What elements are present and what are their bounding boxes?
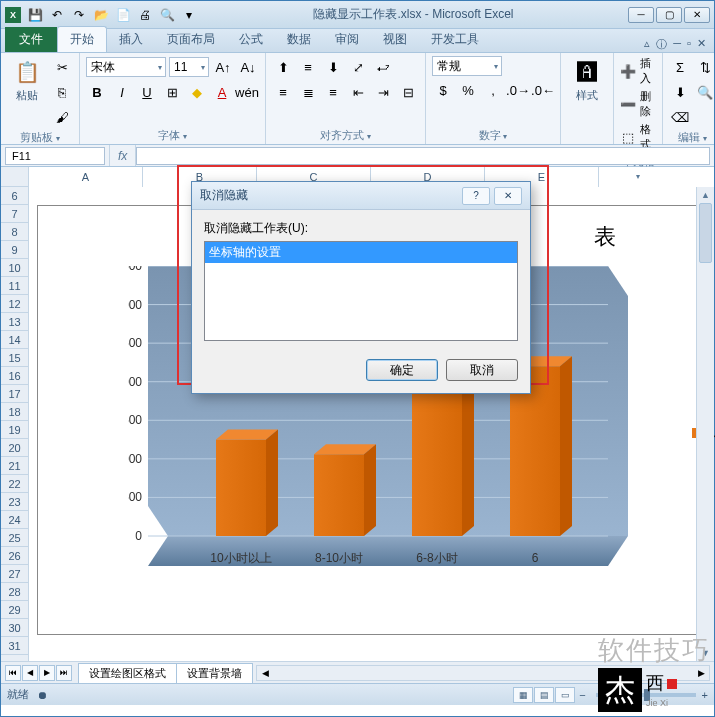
view-layout-button[interactable]: ▤ — [534, 687, 554, 703]
cut-button[interactable]: ✂ — [51, 56, 73, 78]
font-color-button[interactable]: A — [211, 81, 233, 103]
doc-close-icon[interactable]: ✕ — [697, 37, 706, 52]
row-header[interactable]: 21 — [1, 457, 28, 475]
scroll-thumb[interactable] — [699, 203, 712, 263]
indent-decrease-button[interactable]: ⇤ — [347, 81, 369, 103]
view-pagebreak-button[interactable]: ▭ — [555, 687, 575, 703]
tab-developer[interactable]: 开发工具 — [419, 27, 491, 52]
tab-review[interactable]: 审阅 — [323, 27, 371, 52]
tab-insert[interactable]: 插入 — [107, 27, 155, 52]
clear-button[interactable]: ⌫ — [669, 106, 691, 128]
align-right-button[interactable]: ≡ — [322, 81, 344, 103]
new-button[interactable]: 📄 — [113, 5, 133, 25]
insert-cells-button[interactable]: ➕ — [620, 60, 637, 82]
zoom-slider[interactable] — [596, 693, 696, 697]
delete-cells-button[interactable]: ➖ — [620, 93, 637, 115]
align-top-button[interactable]: ⬆ — [272, 56, 294, 78]
row-header[interactable]: 24 — [1, 511, 28, 529]
align-bottom-button[interactable]: ⬇ — [322, 56, 344, 78]
select-all-corner[interactable] — [1, 167, 29, 187]
italic-button[interactable]: I — [111, 81, 133, 103]
dialog-titlebar[interactable]: 取消隐藏 ? ✕ — [192, 182, 530, 210]
fx-button[interactable]: fx — [109, 145, 136, 166]
scroll-down-icon[interactable]: ▼ — [697, 645, 714, 661]
tab-nav-prev[interactable]: ◀ — [22, 665, 38, 681]
orientation-button[interactable]: ⤢ — [347, 56, 369, 78]
tab-nav-next[interactable]: ▶ — [39, 665, 55, 681]
row-header[interactable]: 27 — [1, 565, 28, 583]
percent-button[interactable]: % — [457, 79, 479, 101]
row-header[interactable]: 30 — [1, 619, 28, 637]
tab-view[interactable]: 视图 — [371, 27, 419, 52]
currency-button[interactable]: $ — [432, 79, 454, 101]
list-item[interactable]: 坐标轴的设置 — [205, 242, 517, 263]
row-header[interactable]: 7 — [1, 205, 28, 223]
open-button[interactable]: 📂 — [91, 5, 111, 25]
paste-button[interactable]: 📋 粘贴 — [7, 56, 47, 105]
row-header[interactable]: 23 — [1, 493, 28, 511]
tab-home[interactable]: 开始 — [57, 26, 107, 52]
row-header[interactable]: 18 — [1, 403, 28, 421]
preview-button[interactable]: 🔍 — [157, 5, 177, 25]
redo-button[interactable]: ↷ — [69, 5, 89, 25]
row-header[interactable]: 28 — [1, 583, 28, 601]
row-header[interactable]: 25 — [1, 529, 28, 547]
shrink-font-button[interactable]: A↓ — [237, 56, 259, 78]
save-button[interactable]: 💾 — [25, 5, 45, 25]
border-button[interactable]: ⊞ — [161, 81, 183, 103]
zoom-in-button[interactable]: + — [702, 689, 708, 701]
scroll-up-icon[interactable]: ▲ — [697, 187, 714, 203]
font-name-combo[interactable]: 宋体 — [86, 57, 166, 77]
row-header[interactable]: 13 — [1, 313, 28, 331]
underline-button[interactable]: U — [136, 81, 158, 103]
col-header[interactable]: A — [29, 167, 143, 187]
find-button[interactable]: 🔍 — [694, 81, 715, 103]
format-painter-button[interactable]: 🖌 — [51, 106, 73, 128]
row-header[interactable]: 16 — [1, 367, 28, 385]
grow-font-button[interactable]: A↑ — [212, 56, 234, 78]
file-tab[interactable]: 文件 — [5, 27, 57, 52]
formula-input[interactable] — [136, 147, 710, 165]
doc-minimize-icon[interactable]: ─ — [673, 37, 681, 52]
row-header[interactable]: 31 — [1, 637, 28, 655]
sheet-tab[interactable]: 设置背景墙 — [176, 663, 253, 683]
row-header[interactable]: 29 — [1, 601, 28, 619]
styles-button[interactable]: 🅰 样式 — [567, 56, 607, 105]
cancel-button[interactable]: 取消 — [446, 359, 518, 381]
view-normal-button[interactable]: ▦ — [513, 687, 533, 703]
tab-nav-first[interactable]: ⏮ — [5, 665, 21, 681]
qat-more-icon[interactable]: ▾ — [179, 5, 199, 25]
zoom-out-button[interactable]: − — [579, 689, 585, 701]
dialog-close-button[interactable]: ✕ — [494, 187, 522, 205]
tab-nav-last[interactable]: ⏭ — [56, 665, 72, 681]
maximize-button[interactable]: ▢ — [656, 7, 682, 23]
sort-button[interactable]: ⇅ — [694, 56, 715, 78]
row-header[interactable]: 9 — [1, 241, 28, 259]
bold-button[interactable]: B — [86, 81, 108, 103]
scroll-right-icon[interactable]: ▶ — [693, 666, 709, 680]
scroll-left-icon[interactable]: ◀ — [257, 666, 273, 680]
row-header[interactable]: 6 — [1, 187, 28, 205]
align-left-button[interactable]: ≡ — [272, 81, 294, 103]
tab-layout[interactable]: 页面布局 — [155, 27, 227, 52]
close-button[interactable]: ✕ — [684, 7, 710, 23]
unhide-list[interactable]: 坐标轴的设置 — [204, 241, 518, 341]
indent-increase-button[interactable]: ⇥ — [372, 81, 394, 103]
doc-restore-icon[interactable]: ▫ — [687, 37, 691, 52]
vertical-scrollbar[interactable]: ▲ ▼ — [696, 187, 714, 661]
minimize-button[interactable]: ─ — [628, 7, 654, 23]
macro-record-icon[interactable]: ⏺ — [37, 689, 48, 701]
increase-decimal-button[interactable]: .0→ — [507, 79, 529, 101]
merge-button[interactable]: ⊟ — [397, 81, 419, 103]
row-header[interactable]: 12 — [1, 295, 28, 313]
row-header[interactable]: 8 — [1, 223, 28, 241]
comma-button[interactable]: , — [482, 79, 504, 101]
copy-button[interactable]: ⎘ — [51, 81, 73, 103]
align-middle-button[interactable]: ≡ — [297, 56, 319, 78]
wrap-text-button[interactable]: ⮐ — [372, 56, 394, 78]
fill-button[interactable]: ⬇ — [669, 81, 691, 103]
horizontal-scrollbar[interactable]: ◀ ▶ — [256, 665, 710, 681]
help-icon[interactable]: ⓘ — [656, 37, 667, 52]
row-header[interactable]: 19 — [1, 421, 28, 439]
autosum-button[interactable]: Σ — [669, 56, 691, 78]
